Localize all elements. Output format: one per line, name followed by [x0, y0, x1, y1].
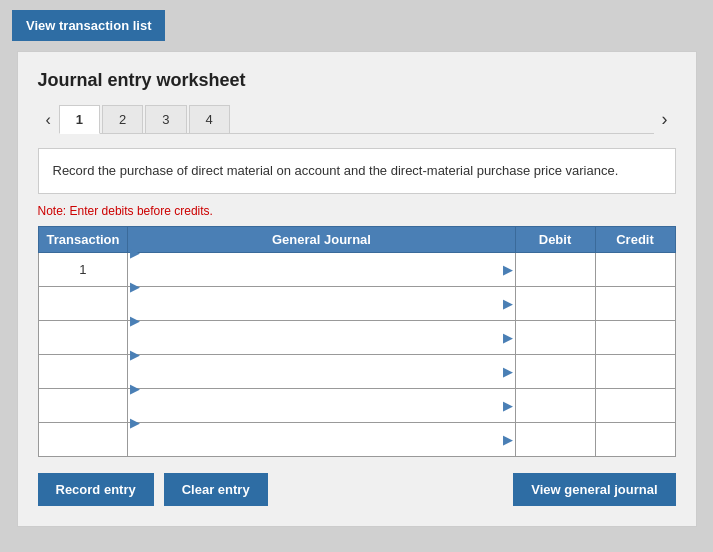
tabs-container: 1 2 3 4: [59, 105, 654, 134]
credit-cell-6[interactable]: [595, 422, 675, 456]
journal-table: Transaction General Journal Debit Credit…: [38, 226, 676, 457]
worksheet-title: Journal entry worksheet: [38, 70, 676, 91]
header-debit: Debit: [515, 226, 595, 252]
debit-input-5[interactable]: [516, 389, 595, 422]
credit-input-4[interactable]: [596, 355, 675, 388]
next-tab-button[interactable]: ›: [654, 105, 676, 134]
record-entry-button[interactable]: Record entry: [38, 473, 154, 506]
tabs-row: ‹ 1 2 3 4 ›: [38, 105, 676, 134]
transaction-cell-4: [38, 354, 128, 388]
credit-cell-5[interactable]: [595, 388, 675, 422]
tab-2[interactable]: 2: [102, 105, 143, 133]
credit-input-5[interactable]: [596, 389, 675, 422]
debit-cell-6[interactable]: [515, 422, 595, 456]
debit-cell-1[interactable]: [515, 252, 595, 286]
clear-entry-button[interactable]: Clear entry: [164, 473, 268, 506]
tab-4[interactable]: 4: [189, 105, 230, 133]
credit-cell-4[interactable]: [595, 354, 675, 388]
debit-cell-2[interactable]: [515, 286, 595, 320]
debit-cell-5[interactable]: [515, 388, 595, 422]
debit-input-2[interactable]: [516, 287, 595, 320]
tab-1[interactable]: 1: [59, 105, 100, 134]
general-journal-cell-2[interactable]: ▶ ▶: [128, 286, 515, 320]
transaction-cell-1: 1: [38, 252, 128, 286]
general-journal-input-6[interactable]: [130, 430, 514, 463]
tab-3[interactable]: 3: [145, 105, 186, 133]
table-row: ▶ ▶: [38, 422, 675, 456]
credit-input-6[interactable]: [596, 423, 675, 456]
debit-input-1[interactable]: [516, 253, 595, 286]
credit-cell-2[interactable]: [595, 286, 675, 320]
general-journal-cell-6[interactable]: ▶ ▶: [128, 422, 515, 456]
general-journal-cell-4[interactable]: ▶ ▶: [128, 354, 515, 388]
credit-cell-3[interactable]: [595, 320, 675, 354]
general-journal-cell-1[interactable]: ▶ ▶: [128, 252, 515, 286]
debit-input-4[interactable]: [516, 355, 595, 388]
header-transaction: Transaction: [38, 226, 128, 252]
debit-input-3[interactable]: [516, 321, 595, 354]
instruction-box: Record the purchase of direct material o…: [38, 148, 676, 194]
transaction-cell-3: [38, 320, 128, 354]
debit-cell-3[interactable]: [515, 320, 595, 354]
credit-input-2[interactable]: [596, 287, 675, 320]
note-text: Note: Enter debits before credits.: [38, 204, 676, 218]
header-general-journal: General Journal: [128, 226, 515, 252]
transaction-cell-5: [38, 388, 128, 422]
debit-cell-4[interactable]: [515, 354, 595, 388]
credit-cell-1[interactable]: [595, 252, 675, 286]
transaction-cell-6: [38, 422, 128, 456]
header-credit: Credit: [595, 226, 675, 252]
view-general-journal-button[interactable]: View general journal: [513, 473, 675, 506]
main-container: Journal entry worksheet ‹ 1 2 3 4 › Reco…: [17, 51, 697, 527]
transaction-cell-2: [38, 286, 128, 320]
credit-input-1[interactable]: [596, 253, 675, 286]
view-transactions-button[interactable]: View transaction list: [12, 10, 165, 41]
general-journal-cell-5[interactable]: ▶ ▶: [128, 388, 515, 422]
prev-tab-button[interactable]: ‹: [38, 107, 59, 133]
debit-input-6[interactable]: [516, 423, 595, 456]
credit-input-3[interactable]: [596, 321, 675, 354]
instruction-text: Record the purchase of direct material o…: [53, 163, 619, 178]
buttons-row: Record entry Clear entry View general jo…: [38, 473, 676, 506]
general-journal-cell-3[interactable]: ▶ ▶: [128, 320, 515, 354]
top-bar: View transaction list: [0, 0, 713, 51]
